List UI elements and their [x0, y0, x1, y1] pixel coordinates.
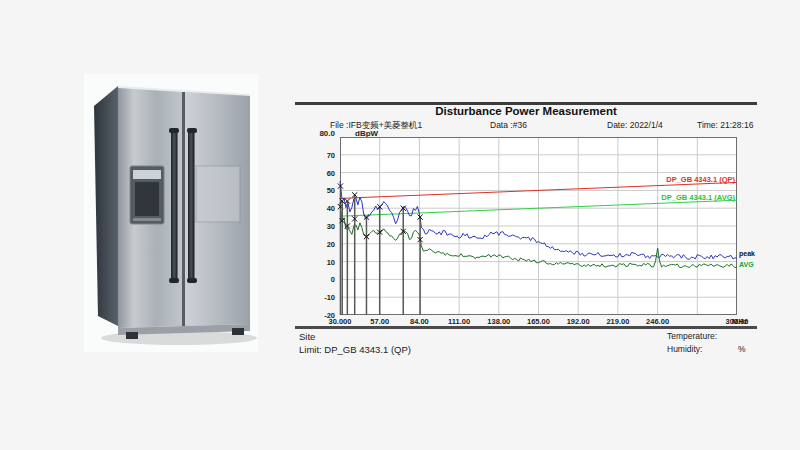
report-title: Disturbance Power Measurement [295, 105, 757, 117]
date-field: Date: 2022/1/4 [607, 120, 663, 130]
data-field: Data :#36 [490, 120, 527, 130]
dispenser-recess [135, 182, 159, 216]
y-tick-label: 0 [301, 275, 335, 284]
x-tick-label: 192.00 [558, 317, 598, 326]
y-tick-label: 70 [301, 151, 335, 160]
right-handle-mount-bottom [187, 278, 197, 283]
x-tick-label: 30.000 [320, 317, 360, 326]
x-tick-label: 111.00 [439, 317, 479, 326]
y-tick-label: -10 [301, 293, 335, 302]
temperature-label: Temperature: [667, 331, 717, 341]
refrigerator-photo [84, 74, 258, 352]
x-tick-label: 138.00 [479, 317, 519, 326]
y-tick-label: 40 [301, 204, 335, 213]
right-handle-mount [187, 128, 197, 133]
x-tick-label: 57.00 [360, 317, 400, 326]
left-door-handle [171, 130, 178, 282]
door-gap [182, 92, 185, 326]
y-axis-top-value: 80.0 [315, 129, 335, 138]
limit-label: Limit: DP_GB 4343.1 (QP) [299, 344, 411, 355]
dispenser-display [133, 170, 161, 179]
page-background: Disturbance Power Measurement File :IFB变… [0, 0, 800, 450]
fridge-side-panel [94, 86, 118, 326]
site-label: Site [299, 331, 315, 342]
x-axis-unit: MHz [732, 317, 762, 326]
peak-trace-label: peak [739, 250, 755, 257]
left-handle-mount [169, 128, 179, 133]
time-field: Time: 21:28:16 [697, 120, 753, 130]
chart-plot-area [340, 137, 737, 315]
fridge-foot-left [126, 332, 138, 339]
x-tick-label: 246.00 [638, 317, 678, 326]
refrigerator-illustration [84, 74, 258, 352]
y-tick-label: 50 [301, 186, 335, 195]
x-tick-label: 219.00 [598, 317, 638, 326]
right-door-handle [188, 130, 195, 282]
y-tick-label: 30 [301, 222, 335, 231]
dispenser-tray [133, 218, 161, 221]
x-tick-label: 165.00 [519, 317, 559, 326]
y-tick-label: 60 [301, 169, 335, 178]
fridge-foot-right [232, 328, 244, 335]
x-tick-label: 84.00 [399, 317, 439, 326]
avg-trace-label: AVG [739, 261, 754, 268]
y-tick-label: 10 [301, 258, 335, 267]
left-handle-mount-bottom [169, 278, 179, 283]
home-bar-panel [196, 166, 240, 222]
qp-limit-label: DP_GB 4343.1 (QP) [623, 175, 735, 184]
y-tick-label: 20 [301, 240, 335, 249]
avg-limit-label: DP_GB 4343.1 (AVG) [623, 193, 735, 202]
humidity-label: Humidity: [667, 344, 702, 354]
measurement-report: Disturbance Power Measurement File :IFB变… [295, 100, 757, 358]
humidity-unit: % [738, 344, 746, 354]
bottom-divider [295, 326, 757, 329]
